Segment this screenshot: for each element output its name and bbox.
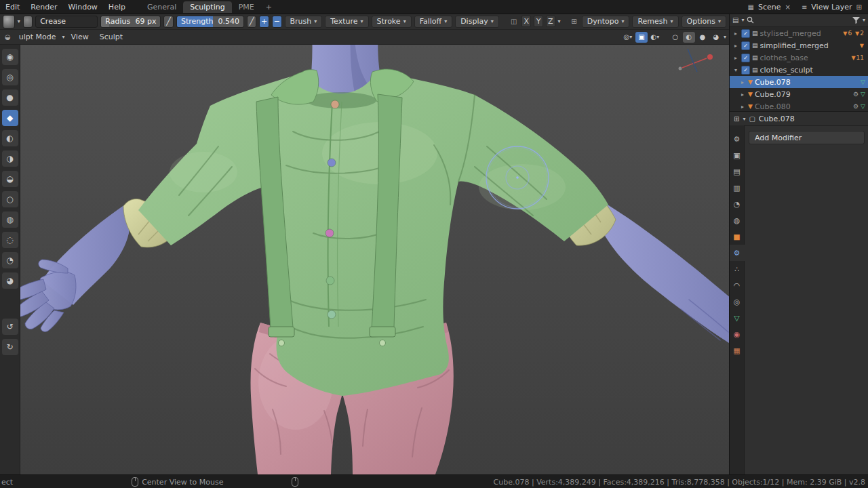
expand-icon[interactable]: ▸ xyxy=(739,92,746,98)
tool-clay-button[interactable]: ● xyxy=(2,89,18,106)
shading-options-caret-icon[interactable]: ▾ xyxy=(724,34,726,40)
outliner-row-cube-080[interactable]: ▸ ▼ Cube.080 ⚙▽ xyxy=(730,100,868,111)
mirror-options-caret-icon[interactable]: ▾ xyxy=(558,18,561,24)
properties-editor-icon[interactable]: ⊞ xyxy=(734,115,739,123)
menu-sculpt[interactable]: Sculpt xyxy=(95,33,127,41)
modifier-icon[interactable]: ⚙ xyxy=(853,91,859,98)
viewport-3d[interactable] xyxy=(0,30,729,474)
tool-annotate-button[interactable]: ↺ xyxy=(2,319,18,335)
tab-constraints[interactable]: ◎ xyxy=(730,293,745,310)
mesh-data-icon[interactable]: ▽ xyxy=(861,79,865,85)
menu-render[interactable]: Render xyxy=(25,3,62,12)
brush-add-button[interactable]: + xyxy=(259,16,269,28)
menu-view[interactable]: View xyxy=(66,33,94,41)
dyntopo-panel-dropdown[interactable]: Dyntopo▾ xyxy=(582,16,630,28)
tab-scene[interactable]: ◔ xyxy=(730,196,745,212)
tab-material[interactable]: ◉ xyxy=(730,326,745,342)
add-workspace-button[interactable]: + xyxy=(261,3,277,12)
modifier-icon[interactable]: ⚙ xyxy=(853,103,859,110)
tool-crease-button[interactable]: ◆ xyxy=(2,110,18,126)
options-panel-dropdown[interactable]: Options▾ xyxy=(682,16,726,28)
tool-scrape-button[interactable]: ◌ xyxy=(2,232,18,248)
tab-particles[interactable]: ∴ xyxy=(730,261,745,277)
brush-dropdown-caret-icon[interactable]: ▾ xyxy=(18,18,20,24)
brush-subtract-button[interactable]: − xyxy=(272,16,282,28)
falloff-panel-dropdown[interactable]: Falloff▾ xyxy=(414,16,453,28)
menu-help[interactable]: Help xyxy=(103,3,131,12)
properties-editor-caret-icon[interactable]: ▾ xyxy=(743,116,745,122)
brush-panel-dropdown[interactable]: Brush▾ xyxy=(285,16,323,28)
tab-world[interactable]: ◍ xyxy=(730,212,745,228)
new-view-layer-icon[interactable]: ⊞ xyxy=(854,3,864,11)
tool-grab-button[interactable]: ◕ xyxy=(2,272,18,289)
scene-selector[interactable]: Scene xyxy=(756,3,783,12)
visibility-dropdown[interactable]: ◎▾ xyxy=(622,32,634,43)
filter-caret-icon[interactable]: ▾ xyxy=(863,17,865,23)
search-icon[interactable] xyxy=(747,16,754,24)
collection-checkbox[interactable]: ✓ xyxy=(741,41,750,50)
outliner-row-clothes-base[interactable]: ▸ ✓ ▤ clothes_base ▼11 xyxy=(730,52,868,64)
texture-panel-dropdown[interactable]: Texture▾ xyxy=(325,16,368,28)
brush-name-field[interactable]: Crease xyxy=(35,16,98,28)
stroke-panel-dropdown[interactable]: Stroke▾ xyxy=(372,16,412,28)
expand-icon[interactable]: ▸ xyxy=(739,79,746,85)
tab-output[interactable]: ▤ xyxy=(730,163,745,180)
strength-slider[interactable]: Strength0.540 xyxy=(176,16,244,28)
collection-checkbox[interactable]: ✓ xyxy=(741,54,750,62)
tab-modifiers[interactable]: ⚙ xyxy=(730,245,745,261)
expand-icon[interactable]: ▸ xyxy=(732,43,739,49)
tool-blob-button[interactable]: ◒ xyxy=(2,171,18,187)
strength-pressure-toggle[interactable]: ╱ xyxy=(247,16,257,28)
mesh-data-icon[interactable]: ▽ xyxy=(861,91,865,98)
shading-rendered-button[interactable]: ◕ xyxy=(710,32,722,43)
tab-object-data[interactable]: ▽ xyxy=(730,310,745,326)
outliner-row-clothes-sculpt[interactable]: ▾ ✓ ▤ clothes_sculpt xyxy=(730,64,868,76)
expand-icon[interactable]: ▸ xyxy=(739,104,746,110)
expand-icon[interactable]: ▸ xyxy=(732,55,739,61)
mode-selector[interactable]: ulpt Mode xyxy=(14,33,61,41)
radius-slider[interactable]: Radius69 px xyxy=(100,16,161,28)
fade-inactive-icon[interactable]: ⊞ xyxy=(569,18,578,25)
overlays-dropdown[interactable]: ◐▾ xyxy=(649,32,661,43)
menu-window[interactable]: Window xyxy=(62,3,102,12)
shading-material-button[interactable]: ● xyxy=(696,32,709,43)
outliner-editor-icon[interactable]: ▤ xyxy=(732,16,738,24)
tool-pinch-button[interactable]: ◔ xyxy=(2,252,18,268)
tab-render[interactable]: ▣ xyxy=(730,147,745,163)
radius-pressure-toggle[interactable]: ╱ xyxy=(163,16,174,28)
tab-object[interactable]: ■ xyxy=(730,228,745,245)
tool-inflate-button[interactable]: ◑ xyxy=(2,150,18,167)
collapse-icon[interactable]: ▾ xyxy=(732,67,739,73)
outliner-editor-caret-icon[interactable]: ▾ xyxy=(741,17,744,23)
mirror-y-toggle[interactable]: Y xyxy=(534,16,543,27)
tool-smooth-button[interactable]: ○ xyxy=(2,191,18,207)
workspace-tab-sculpting[interactable]: Sculpting xyxy=(183,1,231,13)
view-layer-selector[interactable]: View Layer xyxy=(809,3,854,12)
mode-caret-icon[interactable]: ▾ xyxy=(62,34,65,40)
display-panel-dropdown[interactable]: Display▾ xyxy=(455,16,499,28)
tool-flatten-button[interactable]: ◍ xyxy=(2,211,18,228)
tab-tool[interactable]: ⚙ xyxy=(730,131,745,147)
mirror-z-toggle[interactable]: Z xyxy=(546,16,555,27)
brush-datablock-icon[interactable] xyxy=(23,16,33,28)
tab-view-layer[interactable]: ▥ xyxy=(730,180,745,196)
collection-checkbox[interactable]: ✓ xyxy=(741,66,750,75)
outliner-row-cube-078[interactable]: ▸ ▼ Cube.078 ▽ xyxy=(730,76,868,88)
shading-solid-button[interactable]: ◐ xyxy=(683,32,695,43)
outliner-row-stylised-merged[interactable]: ▸ ✓ ▤ stylised_merged ▼6 ▼2 xyxy=(730,27,868,39)
tool-clay-strips-button[interactable]: ◐ xyxy=(2,130,18,146)
xray-toggle[interactable]: ▣ xyxy=(635,32,648,43)
tab-physics[interactable]: ◠ xyxy=(730,277,745,293)
expand-icon[interactable]: ▸ xyxy=(732,30,739,37)
brush-preview-icon[interactable] xyxy=(3,15,15,28)
unlink-scene-icon[interactable]: × xyxy=(783,3,793,11)
workspace-tab-general[interactable]: General xyxy=(140,1,183,13)
filter-icon[interactable] xyxy=(852,17,860,24)
tab-texture[interactable]: ▦ xyxy=(730,342,745,359)
add-modifier-button[interactable]: Add Modifier xyxy=(749,131,865,144)
outliner-row-cube-079[interactable]: ▸ ▼ Cube.079 ⚙▽ xyxy=(730,88,868,100)
shading-wireframe-button[interactable]: ○ xyxy=(669,32,682,43)
collection-checkbox[interactable]: ✓ xyxy=(741,29,750,38)
tool-draw-sharp-button[interactable]: ◎ xyxy=(2,69,18,85)
workspace-tab-pme[interactable]: PME xyxy=(232,1,261,13)
